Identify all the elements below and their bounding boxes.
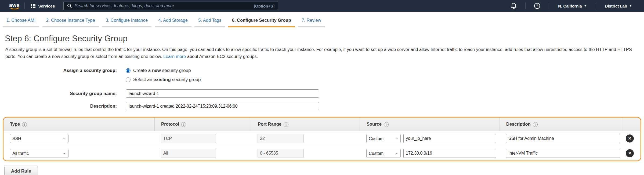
account-label: District Lab bbox=[605, 4, 627, 8]
chevron-down-icon: ▼ bbox=[584, 5, 587, 7]
topbar-divider bbox=[24, 3, 25, 9]
rule-source-mode-select[interactable]: Custom bbox=[366, 149, 401, 158]
notifications-bell-button[interactable] bbox=[507, 3, 520, 9]
tab-review[interactable]: 7. Review bbox=[298, 16, 325, 27]
radio-unselected-icon[interactable] bbox=[126, 77, 131, 82]
radio-select-existing-option[interactable]: Select an existing security group bbox=[126, 77, 201, 82]
rule-row-ssh: SSH ⌄ Custom ⌄ ✕ bbox=[3, 131, 641, 146]
topbar-divider bbox=[596, 3, 596, 9]
region-label: N. California bbox=[558, 4, 582, 8]
rule-port-range-field bbox=[258, 134, 304, 143]
page-description: A security group is a set of firewall ru… bbox=[5, 46, 639, 60]
aws-smile-icon bbox=[9, 7, 20, 9]
rule-description-input[interactable] bbox=[506, 134, 620, 143]
rule-type-select-wrap: SSH ⌄ bbox=[10, 134, 68, 143]
col-header-port-range: Port Rangei bbox=[251, 118, 360, 131]
group-name-row: Security group name: bbox=[0, 89, 644, 98]
col-header-protocol: Protocoli bbox=[154, 118, 251, 131]
group-description-label: Description: bbox=[0, 104, 117, 109]
tab-choose-ami[interactable]: 1. Choose AMI bbox=[3, 16, 39, 27]
col-header-actions bbox=[621, 118, 641, 131]
rule-source-mode-select[interactable]: Custom bbox=[366, 134, 401, 143]
topbar-divider bbox=[525, 3, 526, 9]
group-name-input[interactable] bbox=[126, 89, 319, 98]
rule-source-mode-select-wrap: Custom ⌄ bbox=[366, 149, 401, 158]
assign-group-row: Assign a security group: Create a new se… bbox=[0, 68, 644, 73]
services-grid-icon bbox=[31, 4, 35, 8]
radio-select-existing-label: Select an existing security group bbox=[133, 77, 201, 82]
group-name-label: Security group name: bbox=[0, 91, 117, 96]
aws-logo[interactable]: aws bbox=[9, 3, 20, 9]
info-icon[interactable]: i bbox=[533, 122, 538, 127]
tab-choose-instance-type[interactable]: 2. Choose Instance Type bbox=[42, 16, 99, 27]
radio-selected-icon[interactable] bbox=[126, 68, 131, 73]
search-input[interactable] bbox=[75, 3, 254, 8]
page-title: Step 6: Configure Security Group bbox=[5, 34, 644, 43]
tab-add-tags[interactable]: 5. Add Tags bbox=[194, 16, 225, 27]
search-icon bbox=[67, 3, 72, 8]
col-header-type: Typei bbox=[3, 118, 154, 131]
search-shortcut-hint: [Option+S] bbox=[254, 4, 274, 8]
assign-group-label: Assign a security group: bbox=[0, 68, 117, 73]
rule-type-select[interactable]: SSH bbox=[10, 134, 68, 143]
rule-port-range-field bbox=[258, 149, 304, 158]
group-description-input[interactable] bbox=[126, 102, 319, 110]
rule-source-mode-select-wrap: Custom ⌄ bbox=[366, 134, 401, 143]
radio-create-new-label: Create a new security group bbox=[133, 68, 191, 73]
tab-add-storage[interactable]: 4. Add Storage bbox=[155, 16, 191, 27]
security-group-form: Assign a security group: Create a new se… bbox=[0, 68, 644, 110]
rule-row-all-traffic: All traffic ⌄ Custom ⌄ ✕ bbox=[3, 146, 641, 161]
rule-type-select-wrap: All traffic ⌄ bbox=[10, 149, 68, 158]
info-icon[interactable]: i bbox=[22, 122, 27, 127]
rule-source-input[interactable] bbox=[403, 149, 496, 158]
help-button[interactable]: ? bbox=[530, 3, 544, 9]
description-text-after: about Amazon EC2 security groups. bbox=[186, 54, 258, 59]
info-icon[interactable]: i bbox=[284, 122, 288, 127]
learn-more-link[interactable]: Learn more bbox=[163, 54, 186, 59]
tab-configure-instance[interactable]: 3. Configure Instance bbox=[102, 16, 151, 27]
rule-protocol-field bbox=[161, 149, 216, 158]
select-existing-row: Select an existing security group bbox=[0, 77, 644, 82]
top-nav-bar: aws Services [Option+S] ? N. California … bbox=[0, 0, 644, 12]
delete-rule-button[interactable]: ✕ bbox=[626, 134, 634, 143]
help-icon: ? bbox=[534, 3, 540, 9]
rule-source-input[interactable] bbox=[403, 134, 496, 143]
description-text: A security group is a set of firewall ru… bbox=[5, 47, 632, 59]
global-search-box[interactable]: [Option+S] bbox=[63, 2, 278, 10]
chevron-down-icon: ▼ bbox=[629, 5, 632, 7]
delete-rule-button[interactable]: ✕ bbox=[626, 149, 634, 157]
account-menu[interactable]: District Lab ▼ bbox=[601, 4, 636, 8]
topbar-divider bbox=[549, 3, 549, 9]
topbar-right-cluster: ? N. California ▼ District Lab ▼ bbox=[507, 3, 636, 9]
rule-description-input[interactable] bbox=[506, 149, 620, 158]
wizard-step-tabs: 1. Choose AMI 2. Choose Instance Type 3.… bbox=[0, 12, 644, 27]
bell-icon bbox=[511, 3, 517, 9]
tab-configure-security-group[interactable]: 6. Configure Security Group bbox=[228, 16, 295, 27]
info-icon[interactable]: i bbox=[181, 122, 186, 127]
group-description-row: Description: bbox=[0, 102, 644, 110]
rule-type-select[interactable]: All traffic bbox=[10, 149, 68, 158]
services-menu-button[interactable]: Services bbox=[30, 4, 56, 8]
region-selector[interactable]: N. California ▼ bbox=[554, 4, 591, 8]
radio-create-new-option[interactable]: Create a new security group bbox=[126, 68, 191, 73]
col-header-description: Descriptioni bbox=[500, 118, 621, 131]
rules-table-header: Typei Protocoli Port Rangei Sourcei Desc… bbox=[3, 118, 641, 131]
info-icon[interactable]: i bbox=[384, 122, 389, 127]
services-label: Services bbox=[38, 4, 55, 8]
security-rules-table: Typei Protocoli Port Rangei Sourcei Desc… bbox=[3, 117, 641, 161]
add-rule-button[interactable]: Add Rule bbox=[4, 166, 38, 175]
rule-protocol-field bbox=[161, 134, 216, 143]
col-header-source: Sourcei bbox=[360, 118, 500, 131]
